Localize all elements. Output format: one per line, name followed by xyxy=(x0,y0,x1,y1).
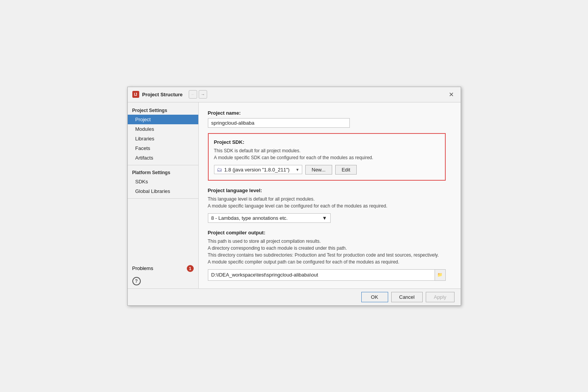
forward-button[interactable]: → xyxy=(199,90,207,99)
main-content: Project name: Project SDK: This SDK is d… xyxy=(199,102,461,288)
title-bar-left: IJ Project Structure ← → xyxy=(132,90,207,99)
sdk-desc: This SDK is default for all project modu… xyxy=(214,147,440,161)
sidebar-item-modules[interactable]: Modules xyxy=(128,124,198,134)
sdk-dropdown[interactable]: 🗂 1.8 (java version "1.8.0_211") ▼ xyxy=(214,165,302,174)
platform-settings-label: Platform Settings xyxy=(128,168,198,177)
language-level-value: 8 - Lambdas, type annotations etc. xyxy=(211,215,288,221)
ok-button[interactable]: OK xyxy=(361,292,388,302)
help-button[interactable]: ? xyxy=(132,277,141,285)
sdk-box: Project SDK: This SDK is default for all… xyxy=(208,133,446,181)
app-icon: IJ xyxy=(132,91,139,98)
sidebar-item-sdks[interactable]: SDKs xyxy=(128,177,198,186)
edit-sdk-button[interactable]: Edit xyxy=(335,165,357,175)
language-level-section: Project language level: This language le… xyxy=(208,188,451,223)
language-level-desc: This language level is default for all p… xyxy=(208,196,451,209)
sidebar-item-global-libraries[interactable]: Global Libraries xyxy=(128,186,198,196)
compiler-output-section: Project compiler output: This path is us… xyxy=(208,230,451,281)
language-level-dropdown[interactable]: 8 - Lambdas, type annotations etc. ▼ xyxy=(208,213,331,223)
sidebar-bottom: Problems 1 ? xyxy=(128,196,198,288)
dialog-title: Project Structure xyxy=(142,92,183,97)
sidebar-item-libraries[interactable]: Libraries xyxy=(128,134,198,143)
sdk-folder-icon: 🗂 xyxy=(217,166,222,173)
nav-buttons: ← → xyxy=(189,90,207,99)
sdk-value: 1.8 (java version "1.8.0_211") xyxy=(224,167,290,173)
dialog-body: Project Settings Project Modules Librari… xyxy=(128,102,461,288)
back-button[interactable]: ← xyxy=(189,90,197,99)
project-structure-dialog: IJ Project Structure ← → ✕ Project Setti… xyxy=(127,87,461,306)
new-sdk-button[interactable]: New... xyxy=(305,165,332,175)
sidebar-item-project[interactable]: Project xyxy=(128,115,198,124)
compiler-output-desc: This path is used to store all project c… xyxy=(208,238,451,265)
compiler-output-title: Project compiler output: xyxy=(208,230,451,236)
sidebar-item-facets[interactable]: Facets xyxy=(128,143,198,153)
sidebar-divider-2 xyxy=(128,198,198,199)
title-bar: IJ Project Structure ← → ✕ xyxy=(128,87,461,102)
problems-badge: 1 xyxy=(187,265,194,272)
language-level-title: Project language level: xyxy=(208,188,451,193)
dialog-footer: OK Cancel Apply xyxy=(128,288,461,305)
sidebar-divider xyxy=(128,165,198,165)
project-settings-label: Project Settings xyxy=(128,105,198,115)
apply-button[interactable]: Apply xyxy=(426,292,455,302)
folder-browse-icon: 📁 xyxy=(437,272,443,277)
problems-row[interactable]: Problems 1 xyxy=(128,263,198,274)
project-name-label: Project name: xyxy=(208,110,451,116)
language-dropdown-arrow-icon: ▼ xyxy=(322,215,327,221)
sidebar: Project Settings Project Modules Librari… xyxy=(128,102,199,288)
browse-button[interactable]: 📁 xyxy=(435,270,445,280)
compiler-output-path-input[interactable] xyxy=(208,270,435,280)
compiler-output-path-row: 📁 xyxy=(208,269,446,281)
cancel-button[interactable]: Cancel xyxy=(391,292,423,302)
sdk-controls: 🗂 1.8 (java version "1.8.0_211") ▼ New..… xyxy=(214,165,440,175)
sdk-title: Project SDK: xyxy=(214,139,440,145)
project-name-input[interactable] xyxy=(208,118,350,128)
close-button[interactable]: ✕ xyxy=(446,90,456,99)
sdk-dropdown-arrow-icon: ▼ xyxy=(296,168,300,172)
problems-label: Problems xyxy=(132,265,153,271)
sidebar-item-artifacts[interactable]: Artifacts xyxy=(128,153,198,163)
